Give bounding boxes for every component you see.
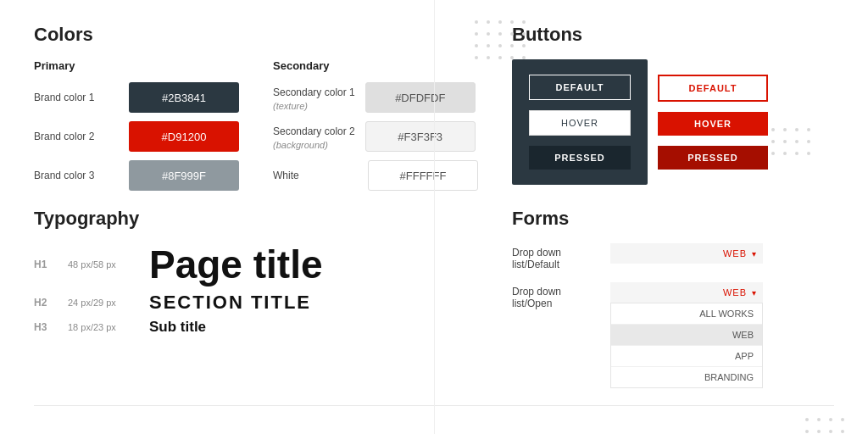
color-swatch-2: #D91200: [129, 121, 239, 152]
dropdown-open-trigger[interactable]: WEB ▾: [610, 282, 763, 303]
buttons-title: Buttons: [512, 24, 834, 46]
type-rows: H1 48 px/58 px Page title H2 24 px/29 px…: [34, 243, 478, 336]
type-row-h1: H1 48 px/58 px Page title: [34, 243, 478, 287]
secondary-row-1: Secondary color 1 (texture) #DFDFDF: [273, 82, 478, 113]
form-row-dropdown-default: Drop down list/Default WEB ▾: [512, 243, 834, 270]
secondary-swatch-2: #F3F3F3: [365, 121, 476, 152]
color-swatch-3: #8F999F: [129, 160, 239, 191]
color-row-3: Brand color 3 #8F999F: [34, 160, 239, 191]
dropdown-open-container: WEB ▾ ALL WORKS WEB APP BRANDING: [610, 282, 763, 388]
secondary-sublabel-1: (texture): [273, 101, 355, 111]
dropdown-option-all-works[interactable]: ALL WORKS: [611, 303, 762, 325]
svg-point-7: [498, 32, 502, 36]
type-specimen-h3: Sub title: [149, 319, 206, 336]
svg-point-45: [817, 418, 821, 421]
colors-title: Colors: [34, 24, 478, 46]
section-typography: Typography H1 48 px/58 px Page title H2 …: [34, 199, 495, 388]
svg-point-48: [805, 430, 809, 433]
red-hover-button[interactable]: HOVER: [658, 112, 768, 136]
dark-hover-button[interactable]: HOVER: [529, 110, 631, 136]
typography-title: Typography: [34, 208, 478, 230]
section-colors: Colors Primary Brand color 1 #2B3841 Bra…: [34, 24, 495, 199]
type-size-h2: 24 px/29 px: [68, 298, 136, 308]
dropdown-open-label: Drop down list/Open: [512, 282, 597, 309]
svg-point-49: [817, 430, 821, 433]
dropdown-default-value: WEB: [723, 248, 747, 259]
primary-color-group: Primary Brand color 1 #2B3841 Brand colo…: [34, 59, 239, 199]
secondary-sublabel-2: (background): [273, 140, 355, 150]
type-tag-h1: H1: [34, 259, 54, 270]
color-label-3: Brand color 3: [34, 170, 119, 181]
secondary-color-group: Secondary Secondary color 1 (texture) #D…: [273, 59, 478, 199]
form-row-dropdown-open: Drop down list/Open WEB ▾ ALL WORKS WEB …: [512, 282, 834, 388]
dark-default-button[interactable]: DEFAULT: [529, 75, 631, 100]
secondary-swatch-3: #FFFFFF: [368, 160, 478, 191]
dropdown-option-app[interactable]: APP: [611, 346, 762, 367]
secondary-swatch-1: #DFDFDF: [365, 82, 476, 113]
type-specimen-h1: Page title: [149, 243, 323, 287]
svg-point-44: [805, 418, 809, 421]
dropdown-options-panel: ALL WORKS WEB APP BRANDING: [610, 303, 763, 388]
secondary-label: Secondary: [273, 59, 478, 72]
dark-pressed-button[interactable]: PRESSED: [529, 146, 631, 170]
light-buttons-panel: DEFAULT HOVER PRESSED: [658, 59, 768, 185]
svg-point-50: [829, 430, 832, 433]
secondary-label-3: White: [273, 170, 358, 181]
forms-grid: Drop down list/Default WEB ▾ Drop down l…: [512, 243, 834, 388]
secondary-row-2: Secondary color 2 (background) #F3F3F3: [273, 121, 478, 152]
color-row-2: Brand color 2 #D91200: [34, 121, 239, 152]
dropdown-open-value: WEB: [723, 287, 747, 298]
primary-label: Primary: [34, 59, 239, 72]
forms-title: Forms: [512, 208, 834, 230]
dropdown-open-arrow: ▾: [752, 288, 756, 298]
color-row-1: Brand color 1 #2B3841: [34, 82, 239, 113]
svg-point-51: [841, 430, 844, 433]
svg-point-17: [498, 56, 502, 59]
type-row-h3: H3 18 px/23 px Sub title: [34, 319, 478, 336]
dropdown-default-arrow: ▾: [752, 249, 756, 259]
dark-buttons-panel: DEFAULT HOVER PRESSED: [512, 59, 648, 185]
svg-point-2: [498, 20, 502, 24]
svg-point-12: [498, 44, 502, 47]
buttons-panel: DEFAULT HOVER PRESSED DEFAULT HOVER PRES…: [512, 59, 834, 185]
red-default-button[interactable]: DEFAULT: [658, 75, 768, 102]
type-size-h1: 48 px/58 px: [68, 259, 136, 270]
secondary-label-2: Secondary color 2: [273, 125, 355, 137]
secondary-label-1: Secondary color 1: [273, 86, 355, 98]
color-label-1: Brand color 1: [34, 92, 119, 103]
dropdown-default-label: Drop down list/Default: [512, 243, 597, 270]
section-buttons: Buttons DEFAULT HOVER PRESSED DEFAULT HO…: [495, 24, 834, 199]
type-row-h2: H2 24 px/29 px SECTION TITLE: [34, 292, 478, 314]
type-size-h3: 18 px/23 px: [68, 322, 136, 332]
type-tag-h2: H2: [34, 297, 54, 309]
color-label-2: Brand color 2: [34, 131, 119, 142]
svg-point-46: [829, 418, 832, 421]
dot-grid-forms-br: [800, 413, 868, 434]
svg-point-47: [841, 418, 844, 421]
color-swatch-1: #2B3841: [129, 82, 239, 113]
type-specimen-h2: SECTION TITLE: [149, 292, 311, 314]
type-tag-h3: H3: [34, 321, 54, 333]
section-forms: Forms Drop down list/Default WEB ▾ Drop …: [495, 199, 834, 388]
dropdown-option-branding[interactable]: BRANDING: [611, 367, 762, 387]
dropdown-default-field[interactable]: WEB ▾: [610, 243, 763, 264]
red-pressed-button[interactable]: PRESSED: [658, 146, 768, 170]
colors-grid: Primary Brand color 1 #2B3841 Brand colo…: [34, 59, 478, 199]
dropdown-option-web[interactable]: WEB: [611, 325, 762, 346]
secondary-row-3: White #FFFFFF: [273, 160, 478, 191]
